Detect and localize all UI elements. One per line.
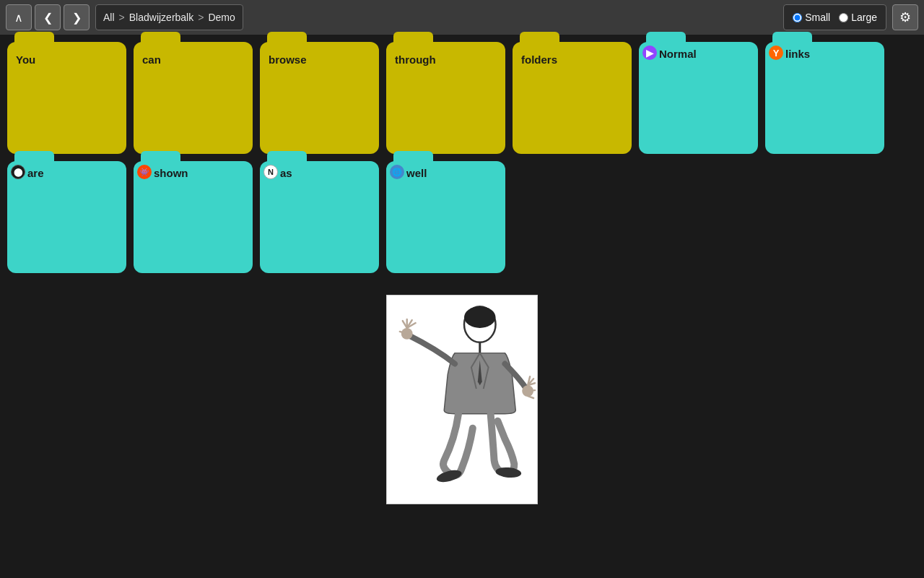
breadcrumb: All > Bladwijzerbalk > Demo [95,4,243,30]
globe-icon: 🌐 [390,165,404,179]
breadcrumb-sep2: > [198,12,204,23]
large-label: Large [851,12,877,23]
y-icon: Y [769,46,783,60]
folder-shown[interactable]: 👾shown [134,161,253,273]
folder-through[interactable]: through [386,42,505,154]
svg-point-2 [464,306,496,328]
folder-label-browse: browse [269,53,307,66]
folder-label-you: You [16,53,35,66]
folder-label-as: as [280,167,292,179]
drake-svg [387,296,537,504]
folder-label-folders: folders [521,53,557,66]
folder-links[interactable]: Ylinks [765,42,884,154]
back-button[interactable]: ❮ [35,4,61,30]
content-area: Youcanbrowsethroughfolders▶NormalYlinks … [0,35,924,280]
breadcrumb-all[interactable]: All [103,12,115,23]
folder-label-are: are [27,167,44,179]
size-options: Small Large [783,4,886,30]
folder-folders[interactable]: folders [513,42,632,154]
large-radio[interactable] [839,13,848,22]
github-icon: ⬤ [11,165,25,179]
folder-well[interactable]: 🌐well [386,161,505,273]
small-radio-label[interactable]: Small [793,12,830,23]
twitch-icon: ▶ [642,46,657,60]
breadcrumb-bladwijzerbalk[interactable]: Bladwijzerbalk [129,12,193,23]
folder-you[interactable]: You [7,42,126,154]
forward-button[interactable]: ❯ [64,4,90,30]
folder-browse[interactable]: browse [260,42,379,154]
up-button[interactable]: ∧ [6,4,32,30]
folder-label-links: links [785,48,810,60]
folder-normal[interactable]: ▶Normal [639,42,758,154]
breadcrumb-sep1: > [119,12,125,23]
folder-as[interactable]: Nas [260,161,379,273]
small-label: Small [805,12,830,23]
breadcrumb-demo[interactable]: Demo [208,12,235,23]
small-radio[interactable] [793,13,802,22]
reddit-icon: 👾 [137,165,152,179]
drake-image [386,295,538,504]
toolbar: ∧ ❮ ❯ All > Bladwijzerbalk > Demo Small … [0,0,924,35]
folder-label-can: can [142,53,161,66]
large-radio-label[interactable]: Large [839,12,877,23]
folder-row-2: ⬤are👾shownNas🌐well [7,161,505,273]
folder-row-1: Youcanbrowsethroughfolders▶NormalYlinks [7,42,884,154]
svg-line-14 [528,390,535,391]
folder-label-well: well [406,167,427,179]
folder-can[interactable]: can [134,42,253,154]
settings-button[interactable]: ⚙ [892,4,918,30]
folder-label-shown: shown [154,167,188,179]
notion-icon: N [263,165,278,179]
folder-are[interactable]: ⬤are [7,161,126,273]
folder-label-normal: Normal [659,48,697,60]
folder-label-through: through [395,53,436,66]
